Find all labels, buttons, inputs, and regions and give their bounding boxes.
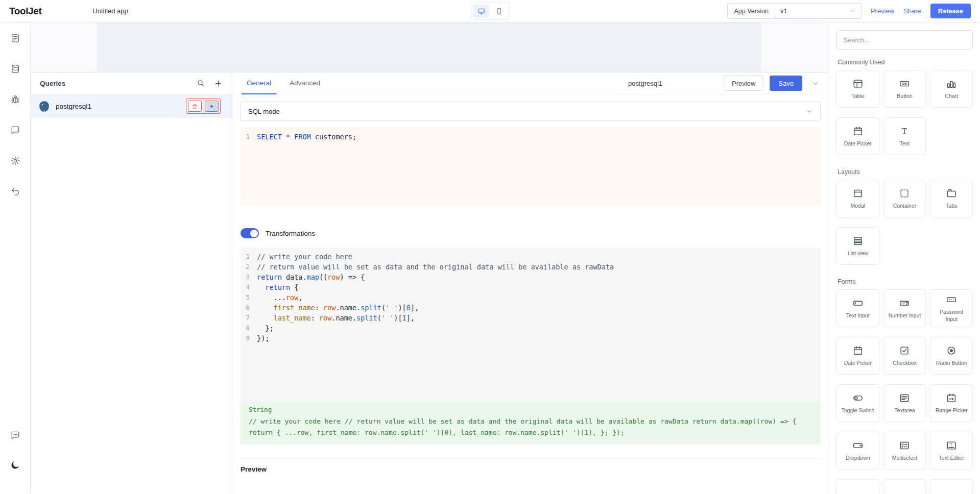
component-card-text-editor[interactable]: TText Editor [930,432,973,470]
numberinput-icon: 12 [899,298,910,309]
listview-icon [852,235,864,246]
svg-text:OK: OK [902,82,907,85]
datepicker-icon [852,345,864,356]
settings-icon [10,156,20,166]
undo-icon [10,186,20,196]
component-card-toggle-switch[interactable]: Toggle Switch [836,384,879,422]
sidebar-item-pages[interactable] [7,30,24,47]
toggleswitch-icon [852,392,864,404]
component-card-date-picker[interactable]: Date Picker [836,337,879,375]
component-card-range-picker[interactable]: Range Picker [930,384,973,422]
component-label: Password Input [930,309,972,323]
texteditor-icon: T [946,440,957,451]
transformations-code-editor[interactable]: 1// write your code here2// return value… [241,248,821,402]
table-icon [852,78,864,89]
component-card-tabs[interactable]: Tabs [930,180,973,217]
line-number: 1 [241,132,257,142]
sidebar-item-datasources[interactable] [7,60,24,78]
component-card-text-input[interactable]: Text Input [836,289,879,327]
query-title: postgresql1 [628,80,662,87]
desktop-view-button[interactable] [473,5,489,18]
sidebar-item-undo[interactable] [7,183,24,200]
component-card-list-view[interactable]: List view [836,227,879,265]
component-card-chart[interactable]: Chart [930,70,973,108]
tab-advanced[interactable]: Advanced [284,72,325,94]
query-editor-header: General Advanced postgresql1 Preview Sav… [232,72,829,94]
sidebar-item-comments[interactable] [7,121,24,139]
component-card-partial[interactable] [836,479,879,494]
search-icon [197,79,205,87]
app-version-select[interactable]: v1 [775,4,861,18]
add-query-button[interactable] [214,79,223,88]
query-manager-panel: Queries postgresql1 General Advanced po [31,72,829,494]
modal-icon [852,188,864,199]
queries-title: Queries [40,80,187,87]
mobile-view-button[interactable] [491,5,507,18]
textinput-icon [852,298,864,309]
component-card-button[interactable]: OKButton [883,70,926,108]
component-card-partial[interactable] [883,479,926,494]
share-button[interactable]: Share [903,7,921,15]
component-card-multiselect[interactable]: Multiselect [883,432,926,470]
delete-query-button[interactable] [188,101,202,112]
component-card-container[interactable]: Container [883,180,926,217]
multiselect-icon [899,440,910,451]
run-query-button[interactable] [205,101,219,112]
component-card-checkbox[interactable]: Checkbox [883,337,926,375]
component-card-dropdown[interactable]: Dropdown [836,432,879,470]
query-editor-actions: postgresql1 Preview Save [628,76,820,91]
app-body: Queries postgresql1 General Advanced po [0,22,980,494]
monitor-icon [477,7,485,15]
search-queries-button[interactable] [197,79,205,87]
center-column: Queries postgresql1 General Advanced po [31,22,829,494]
sql-mode-select[interactable]: SQL mode [241,102,821,121]
topbar: ToolJet Untitled app App Version v1 Prev… [0,0,980,22]
sidebar-item-debugger[interactable] [7,91,24,108]
run-preview-button[interactable]: Preview [724,76,763,91]
components-search-input[interactable] [843,36,966,44]
component-label: Number Input [886,312,924,319]
component-label: Text Input [843,312,873,319]
sidebar-item-settings[interactable] [7,152,24,169]
checkbox-icon [899,345,910,356]
sidebar-item-chat[interactable] [7,427,24,444]
component-card-date-picker[interactable]: Date Picker [836,117,879,155]
component-card-text[interactable]: TText [883,117,926,155]
release-button[interactable]: Release [930,4,971,18]
query-list: postgresql1 [31,94,232,118]
save-query-button[interactable]: Save [770,76,802,91]
chevron-down-icon [806,108,813,115]
component-label: Radio Button [933,360,970,367]
component-label: Date Picker [841,140,875,147]
component-label: Button [894,93,915,100]
components-section-partial [836,479,973,494]
collapse-panel-button[interactable] [811,79,820,87]
query-list-item[interactable]: postgresql1 [31,94,232,118]
component-label: Multiselect [889,455,921,462]
mobile-icon [495,7,503,15]
line-number: 3 [241,272,257,282]
code-line: 7 last_name: row.name.split(' ')[1], [241,313,821,323]
sidebar-item-dark-mode[interactable] [7,456,24,474]
preview-app-button[interactable]: Preview [871,7,894,15]
component-card-table[interactable]: Table [836,70,879,108]
component-card-radio-button[interactable]: Radio Button [930,337,973,375]
line-number: 4 [241,282,257,292]
component-card-number-input[interactable]: 12Number Input [883,289,926,327]
component-card-partial[interactable] [930,479,973,494]
line-number: 1 [241,252,257,262]
tooljet-logo[interactable]: ToolJet [9,6,41,17]
component-card-password-input[interactable]: Password Input [930,289,973,327]
line-number: 7 [241,313,257,323]
app-name[interactable]: Untitled app [92,7,128,15]
transformations-toggle[interactable] [241,228,259,238]
app-version-control: App Version v1 [727,3,861,19]
text-icon: T [899,126,910,137]
component-label: Text Editor [936,455,967,462]
component-card-modal[interactable]: Modal [836,180,879,217]
sql-code-editor[interactable]: 1SELECT * FROM customers; [241,128,821,206]
tab-general[interactable]: General [242,72,276,94]
play-icon [209,104,214,109]
app-canvas[interactable] [97,22,761,72]
component-card-textarea[interactable]: Textarea [883,384,926,422]
